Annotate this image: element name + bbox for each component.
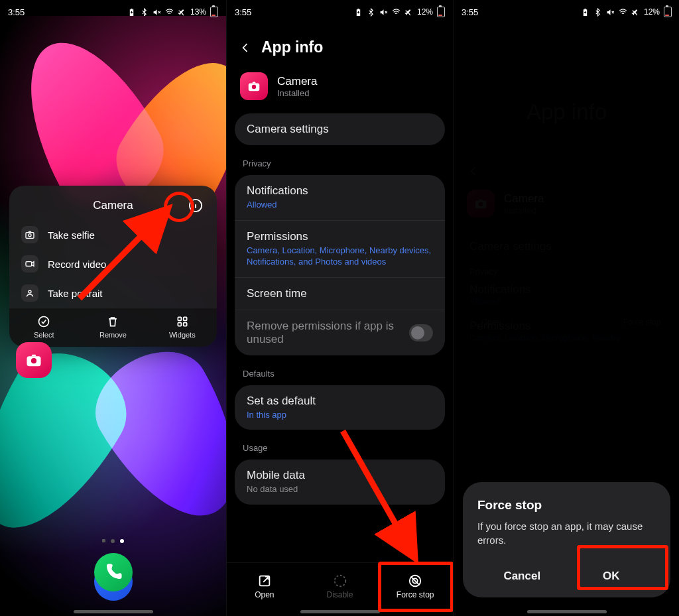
camera-icon bbox=[21, 226, 38, 243]
status-bar: 3:55 12% bbox=[227, 0, 453, 20]
open-button[interactable]: Open bbox=[227, 563, 302, 609]
battery-saver-icon bbox=[127, 8, 136, 17]
svg-point-12 bbox=[31, 358, 36, 363]
menu-item-label: Take selfie bbox=[48, 229, 95, 241]
video-icon bbox=[21, 255, 38, 273]
clock-text: 3:55 bbox=[462, 7, 478, 17]
usage-card: Mobile data No data used bbox=[235, 460, 445, 505]
action-label: Select bbox=[34, 331, 54, 339]
airplane-icon bbox=[178, 8, 186, 17]
back-icon[interactable] bbox=[239, 41, 252, 54]
battery-percent: 12% bbox=[644, 7, 660, 17]
app-name: Camera bbox=[277, 75, 317, 88]
volume-mute-icon bbox=[606, 8, 615, 17]
force-stop-dialog: Force stop If you force stop an app, it … bbox=[463, 482, 670, 597]
home-indicator[interactable] bbox=[74, 610, 153, 613]
battery-saver-icon bbox=[354, 8, 363, 17]
home-indicator[interactable] bbox=[527, 610, 607, 613]
page-title: App info bbox=[261, 38, 323, 56]
privacy-card: Notifications Allowed Permissions Camera… bbox=[235, 175, 445, 355]
home-indicator[interactable] bbox=[300, 610, 380, 613]
svg-rect-2 bbox=[26, 233, 34, 239]
battery-icon bbox=[437, 7, 445, 17]
home-page-indicator bbox=[0, 539, 226, 543]
volume-mute-icon bbox=[379, 8, 388, 17]
airplane-icon bbox=[404, 8, 413, 17]
row-mobile-data[interactable]: Mobile data No data used bbox=[235, 460, 445, 505]
app-state: Installed bbox=[277, 88, 317, 98]
wifi-icon bbox=[165, 8, 174, 17]
battery-percent: 12% bbox=[417, 7, 433, 17]
svg-rect-10 bbox=[183, 323, 186, 326]
menu-item-take-portrait[interactable]: Take portrait bbox=[9, 278, 217, 308]
battery-saver-icon bbox=[581, 8, 589, 17]
volume-mute-icon bbox=[153, 8, 161, 17]
action-remove[interactable]: Remove bbox=[78, 308, 147, 347]
battery-icon bbox=[664, 7, 672, 17]
menu-item-label: Take portrait bbox=[48, 288, 103, 299]
screen-3-force-stop-dialog: 3:55 12% App info C bbox=[453, 0, 679, 616]
airplane-icon bbox=[631, 8, 640, 17]
dialog-message: If you force stop an app, it may cause e… bbox=[477, 519, 656, 547]
section-privacy-header: Privacy bbox=[227, 149, 453, 171]
phone-app-icon[interactable] bbox=[94, 553, 133, 591]
dialog-title: Force stop bbox=[477, 498, 656, 513]
force-stop-button[interactable]: Force stop bbox=[377, 563, 453, 609]
menu-item-record-video[interactable]: Record video bbox=[9, 249, 217, 278]
menu-item-take-selfie[interactable]: Take selfie bbox=[9, 220, 217, 249]
dialog-cancel-button[interactable]: Cancel bbox=[477, 560, 567, 592]
battery-icon bbox=[210, 7, 218, 17]
dock bbox=[0, 553, 226, 609]
page-header: App info bbox=[227, 20, 453, 63]
toggle-remove-permissions[interactable] bbox=[409, 324, 433, 341]
row-remove-permissions[interactable]: Remove permissions if app is unused bbox=[235, 310, 445, 355]
svg-point-5 bbox=[29, 290, 31, 293]
annotation-highlight-ring bbox=[164, 192, 194, 222]
action-widgets[interactable]: Widgets bbox=[148, 308, 217, 347]
row-set-default[interactable]: Set as default In this app bbox=[235, 385, 445, 430]
battery-percent: 13% bbox=[190, 7, 206, 17]
bluetooth-icon bbox=[367, 8, 375, 17]
screen-1-home-longpress: 3:55 13% Camera Take selfie R bbox=[0, 0, 226, 616]
dialog-ok-button[interactable]: OK bbox=[567, 560, 656, 592]
section-usage-header: Usage bbox=[227, 434, 453, 456]
action-label: Remove bbox=[99, 331, 127, 339]
camera-app-icon[interactable] bbox=[16, 342, 52, 378]
row-screen-time[interactable]: Screen time bbox=[235, 277, 445, 310]
section-defaults-header: Defaults bbox=[227, 359, 453, 381]
status-bar: 3:55 12% bbox=[454, 0, 679, 20]
svg-rect-4 bbox=[26, 262, 32, 267]
svg-rect-9 bbox=[178, 323, 181, 326]
wifi-icon bbox=[619, 8, 627, 17]
row-permissions[interactable]: Permissions Camera, Location, Microphone… bbox=[235, 220, 445, 277]
app-identity-row: Camera Installed bbox=[227, 63, 453, 109]
screen-2-app-info: 3:55 12% App info Camera Installed Camer… bbox=[226, 0, 453, 616]
svg-point-16 bbox=[252, 85, 256, 89]
camera-app-icon bbox=[240, 72, 268, 100]
row-notifications[interactable]: Notifications Allowed bbox=[235, 175, 445, 220]
svg-rect-7 bbox=[178, 317, 181, 320]
settings-card-main[interactable]: Camera settings bbox=[235, 113, 445, 145]
bluetooth-icon bbox=[140, 8, 149, 17]
wifi-icon bbox=[392, 8, 401, 17]
bottom-action-bar: Open Disable Force stop bbox=[227, 562, 453, 609]
camera-settings-label: Camera settings bbox=[247, 123, 433, 136]
action-select[interactable]: Select bbox=[9, 308, 78, 347]
portrait-icon bbox=[21, 284, 38, 302]
menu-item-label: Record video bbox=[48, 259, 106, 270]
svg-point-18 bbox=[334, 575, 345, 586]
defaults-card: Set as default In this app bbox=[235, 385, 445, 430]
action-label: Widgets bbox=[169, 331, 196, 339]
svg-rect-8 bbox=[183, 317, 186, 320]
disable-button: Disable bbox=[302, 563, 378, 609]
clock-text: 3:55 bbox=[235, 7, 251, 17]
svg-point-3 bbox=[29, 234, 31, 237]
bluetooth-icon bbox=[593, 8, 602, 17]
svg-point-6 bbox=[39, 317, 49, 327]
